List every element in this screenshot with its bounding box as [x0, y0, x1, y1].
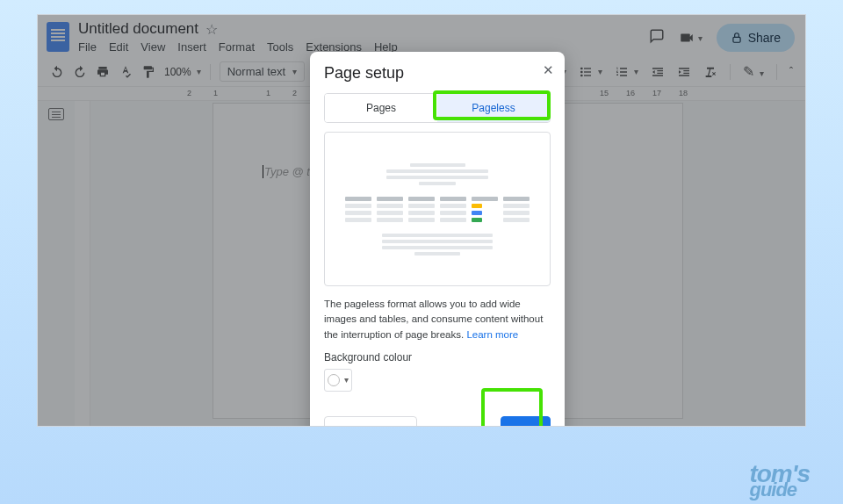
page-setup-dialog: ✕ Page setup Pages Pageless — [310, 52, 565, 427]
cancel-button[interactable]: Cancel — [436, 417, 492, 427]
watermark: tom'sguide — [749, 464, 810, 499]
set-default-button[interactable]: Set as default — [324, 416, 417, 427]
tab-pageless[interactable]: Pageless — [437, 94, 550, 122]
tabs: Pages Pageless — [324, 93, 551, 123]
close-icon[interactable]: ✕ — [543, 62, 554, 78]
app-window: Untitled document ☆ File Edit View Inser… — [37, 14, 806, 427]
dialog-description: The pageless format allows you to add wi… — [324, 297, 551, 342]
pageless-illustration — [324, 132, 551, 286]
colour-swatch-icon — [328, 374, 340, 386]
bg-colour-label: Background colour — [324, 351, 551, 364]
dialog-title: Page setup — [324, 64, 551, 83]
dialog-actions: Set as default Cancel OK — [324, 416, 551, 427]
bg-colour-selector[interactable]: ▾ — [324, 369, 352, 392]
chevron-down-icon: ▾ — [344, 375, 349, 385]
learn-more-link[interactable]: Learn more — [466, 329, 518, 340]
ok-button[interactable]: OK — [501, 416, 551, 427]
tab-pages[interactable]: Pages — [325, 94, 437, 122]
